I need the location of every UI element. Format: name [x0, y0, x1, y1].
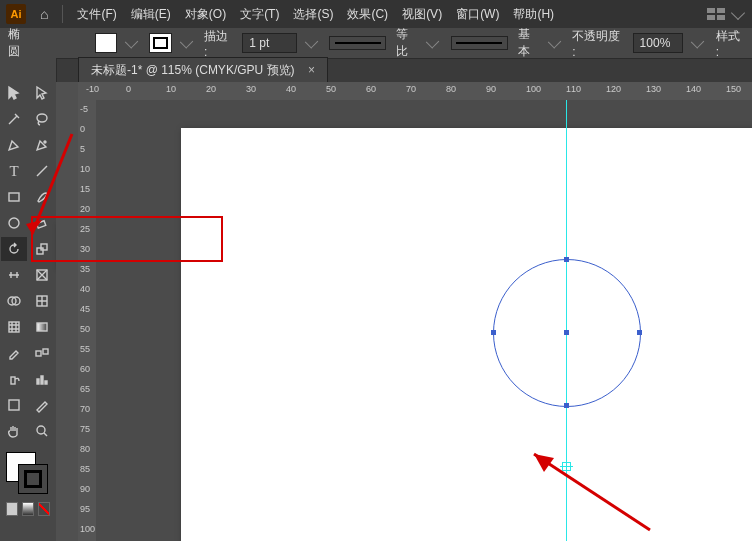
rotate-pivot-point[interactable] — [562, 462, 571, 471]
menu-type[interactable]: 文字(T) — [240, 6, 279, 23]
control-bar: 椭圆 描边 : 1 pt 等比 基本 不透明度 : 100% 样式 : — [0, 28, 752, 59]
stroke-color-swatch[interactable] — [18, 464, 48, 494]
svg-point-3 — [9, 218, 19, 228]
brush-preview[interactable] — [451, 36, 508, 50]
column-graph-tool[interactable] — [29, 367, 55, 391]
fill-stroke-swatches[interactable] — [6, 452, 48, 494]
menu-select[interactable]: 选择(S) — [293, 6, 333, 23]
line-segment-tool[interactable] — [29, 159, 55, 183]
pen-tool[interactable] — [1, 133, 27, 157]
slice-tool[interactable] — [29, 393, 55, 417]
free-transform-tool[interactable] — [29, 263, 55, 287]
opacity-field[interactable]: 100% — [633, 33, 684, 53]
stroke-weight-field[interactable]: 1 pt — [242, 33, 297, 53]
opacity-label: 不透明度 : — [572, 28, 622, 59]
anchor-bottom[interactable] — [564, 403, 569, 408]
menu-file[interactable]: 文件(F) — [77, 6, 116, 23]
canvas[interactable] — [96, 100, 752, 541]
vertical-ruler[interactable]: -505101520253035404550556065707580859095… — [78, 100, 97, 541]
svg-point-17 — [37, 426, 45, 434]
svg-rect-16 — [9, 400, 19, 410]
type-tool[interactable]: T — [1, 159, 27, 183]
eyedropper-tool[interactable] — [1, 341, 27, 365]
workspace-dropdown-icon[interactable] — [731, 5, 745, 19]
stroke-label: 描边 : — [204, 28, 232, 59]
rotate-tool[interactable] — [1, 237, 27, 261]
brush-dropdown-icon[interactable] — [548, 35, 562, 49]
svg-rect-13 — [36, 351, 41, 356]
profile-dropdown-icon[interactable] — [426, 35, 440, 49]
uniform-label: 等比 — [396, 26, 418, 60]
curvature-tool[interactable] — [29, 133, 55, 157]
svg-rect-6 — [41, 244, 47, 250]
home-icon[interactable]: ⌂ — [40, 6, 48, 22]
menu-window[interactable]: 窗口(W) — [456, 6, 499, 23]
zoom-tool[interactable] — [29, 419, 55, 443]
menu-help[interactable]: 帮助(H) — [513, 6, 554, 23]
selection-tool[interactable] — [1, 81, 27, 105]
document-tab[interactable]: 未标题-1* @ 115% (CMYK/GPU 预览) × — [78, 57, 328, 83]
fill-swatch[interactable] — [95, 33, 117, 53]
artboard[interactable] — [181, 128, 752, 541]
work-area: -100102030405060708090100110120130140150… — [56, 82, 752, 541]
stroke-weight-dropdown-icon[interactable] — [305, 35, 319, 49]
selection-type-label: 椭圆 — [8, 26, 30, 60]
perspective-grid-tool[interactable] — [29, 289, 55, 313]
center-point[interactable] — [564, 330, 569, 335]
color-mode-none[interactable] — [38, 502, 50, 516]
menu-bar: Ai ⌂ 文件(F) 编辑(E) 对象(O) 文字(T) 选择(S) 效果(C)… — [0, 0, 752, 28]
fill-dropdown-icon[interactable] — [125, 35, 139, 49]
menu-edit[interactable]: 编辑(E) — [131, 6, 171, 23]
paintbrush-tool[interactable] — [29, 185, 55, 209]
document-tab-title: 未标题-1* @ 115% (CMYK/GPU 预览) — [91, 63, 295, 77]
stroke-profile-preview[interactable] — [329, 36, 386, 50]
anchor-left[interactable] — [491, 330, 496, 335]
app-logo: Ai — [6, 4, 26, 24]
horizontal-ruler[interactable]: -100102030405060708090100110120130140150 — [78, 82, 752, 101]
svg-rect-14 — [43, 349, 48, 354]
hand-tool[interactable] — [1, 419, 27, 443]
shaper-tool[interactable] — [1, 211, 27, 235]
lasso-tool[interactable] — [29, 107, 55, 131]
svg-point-1 — [44, 141, 46, 143]
svg-rect-4 — [37, 221, 46, 228]
panel-dock-strip[interactable] — [56, 82, 79, 541]
direct-selection-tool[interactable] — [29, 81, 55, 105]
rectangle-tool[interactable] — [1, 185, 27, 209]
close-tab-icon[interactable]: × — [308, 63, 315, 77]
color-mode-row — [6, 502, 50, 516]
color-mode-solid[interactable] — [6, 502, 18, 516]
toolbox: T — [0, 58, 57, 541]
width-tool[interactable] — [1, 263, 27, 287]
document-tab-bar: 未标题-1* @ 115% (CMYK/GPU 预览) × — [0, 59, 752, 83]
magic-wand-tool[interactable] — [1, 107, 27, 131]
svg-rect-2 — [9, 193, 19, 201]
menu-object[interactable]: 对象(O) — [185, 6, 226, 23]
basic-label: 基本 — [518, 26, 540, 60]
gradient-tool[interactable] — [29, 315, 55, 339]
color-mode-gradient[interactable] — [22, 502, 34, 516]
anchor-right[interactable] — [637, 330, 642, 335]
svg-rect-11 — [9, 322, 19, 332]
svg-rect-5 — [37, 248, 43, 254]
opacity-dropdown-icon[interactable] — [691, 35, 705, 49]
stroke-dropdown-icon[interactable] — [180, 35, 194, 49]
artboard-tool[interactable] — [1, 393, 27, 417]
scale-tool[interactable] — [29, 237, 55, 261]
anchor-top[interactable] — [564, 257, 569, 262]
svg-rect-12 — [37, 323, 47, 331]
style-label: 样式 : — [716, 28, 744, 59]
menu-effect[interactable]: 效果(C) — [347, 6, 388, 23]
blend-tool[interactable] — [29, 341, 55, 365]
workspace-switcher-icon[interactable] — [707, 8, 725, 20]
shape-builder-tool[interactable] — [1, 289, 27, 313]
eraser-tool[interactable] — [29, 211, 55, 235]
symbol-sprayer-tool[interactable] — [1, 367, 27, 391]
svg-rect-15 — [11, 377, 15, 384]
stroke-swatch[interactable] — [149, 33, 171, 53]
mesh-tool[interactable] — [1, 315, 27, 339]
menu-view[interactable]: 视图(V) — [402, 6, 442, 23]
